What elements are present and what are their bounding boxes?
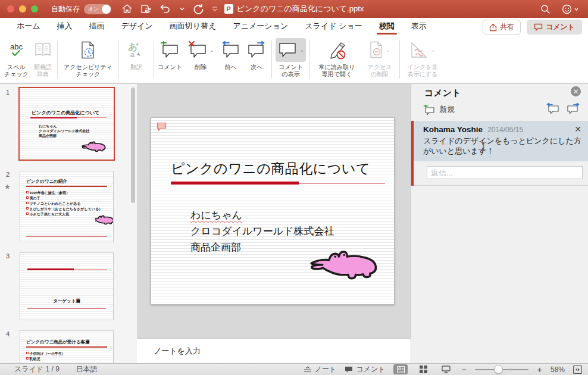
window-controls [7,5,38,12]
thumb-2-bullet: 男の子 [30,196,40,201]
new-comment-label: 新規 [439,104,455,115]
slide-1-thumbnail[interactable]: ピンクのワニの商品化について わにちゃん クロコダイルワールド株式会社 商品企画… [18,87,115,161]
close-window-button[interactable] [7,5,14,12]
undo-dropdown-chevron-icon[interactable] [180,7,184,11]
comment-date: 2014/05/15 [487,126,574,134]
tab-slideshow[interactable]: スライド ショー [296,18,370,35]
spell-check-button[interactable]: abc スペル チェック [2,38,30,78]
share-button[interactable]: 共有 [483,20,521,35]
previous-comment-nav-icon[interactable] [546,103,559,114]
zoom-level[interactable]: 58% [551,365,565,374]
powerpoint-window: 自動保存 オン [0,0,588,375]
autosave-control[interactable]: 自動保存 オン [51,4,111,14]
comments-toggle-status[interactable]: コメント [345,364,385,374]
minimize-window-button[interactable] [19,5,26,12]
new-comment-icon [158,38,182,62]
accessibility-check-button[interactable]: アクセシビリティ チェック [60,38,117,78]
slide-2-thumbnail[interactable]: ピンクのワニの紹介 1995年春に誕生（参照） 男の子 ツチノコといわれたことが… [20,171,114,242]
zoom-out-button[interactable]: − [461,367,467,373]
tab-draw[interactable]: 描画 [81,18,113,35]
tab-transitions[interactable]: 画面切り替え [161,18,225,35]
save-sync-icon[interactable] [140,4,151,14]
previous-comment-icon [219,38,242,62]
autosave-knob [102,5,111,14]
slide-1-number: 1 [6,89,10,96]
notes-pane[interactable]: ノートを入力 [137,338,411,363]
zoom-window-button[interactable] [31,5,38,12]
comment-delete-icon[interactable]: ✕ [574,126,581,133]
thumbnail-scrollbar[interactable] [131,88,135,203]
comment-text: スライドのデザインをもっとピンクにした方がいいと思います！ [423,136,581,156]
tab-design[interactable]: デザイン [113,18,161,35]
normal-view-button[interactable] [393,364,408,374]
comments-panel-close-icon[interactable]: ✕ [571,86,581,96]
delete-dropdown-chevron-icon[interactable]: ⌄ [209,47,214,53]
slide-title-text[interactable]: ピンクのワニの商品化について [171,160,370,178]
svg-text:a: a [130,50,135,58]
zoom-slider-thumb[interactable] [494,365,503,374]
home-icon[interactable] [122,4,132,14]
slideshow-view-button[interactable] [439,364,453,374]
tab-home[interactable]: ホーム [8,18,49,35]
restrict-access-chevron-icon: ⌄ [386,47,391,53]
slide-4-number: 4 [6,330,10,338]
notes-toggle-label: ノート [315,364,337,374]
new-comment-panel-button[interactable]: 新規 [423,104,455,115]
text-cursor [481,142,486,152]
comment-bubble-icon [534,23,543,31]
notes-toggle[interactable]: ノート [304,364,337,374]
show-comments-icon: ⌄ [276,38,306,62]
crocodile-drawing[interactable] [307,248,382,285]
autosave-toggle[interactable]: オン [84,4,111,14]
zoom-in-button[interactable]: + [537,367,542,373]
reply-input[interactable] [427,166,583,179]
account-chevron-icon [574,8,578,11]
thumb-2-bullet: さびしがりや（おともだちをさがしている） [30,207,103,212]
undo-icon[interactable] [159,4,171,14]
thumb-2-bullet: ツチノコといわれたことがある [30,201,81,207]
slide-4-thumbnail[interactable]: ピンクのワニ商品が受ける客層 子供向け（〜小学生） 乳幼児 [20,330,114,363]
comments-panel: コメント ✕ 新規 [411,84,588,363]
new-comment-button[interactable]: コメント [156,38,184,71]
tab-view[interactable]: 表示 [403,18,435,35]
search-icon[interactable] [540,4,550,14]
comment-card[interactable]: Kohama Yoshie 2014/05/15 ✕ スライドのデザインをもっと… [411,121,588,186]
slide-3-number: 3 [6,252,10,260]
comment-card-body: Kohama Yoshie 2014/05/15 ✕ スライドのデザインをもっと… [414,121,588,161]
powerpoint-app-icon: P [224,4,233,14]
slide-2-number: 2 [6,171,10,178]
always-open-readonly-button[interactable]: 常に読み取り 専用で開く [312,38,362,78]
hide-ink-icon: ⌄ [408,38,437,62]
thumb-4-bullet: 乳幼児 [30,357,40,362]
next-comment-nav-icon[interactable] [567,103,580,114]
restrict-access-button: ⌄ アクセス の制限 [362,38,398,78]
account-menu[interactable] [562,4,578,14]
slide-canvas[interactable]: ピンクのワニの商品化について わにちゃん クロコダイルワールド株式会社 商品企画… [151,117,395,305]
fit-to-window-button[interactable] [573,365,582,374]
notes-placeholder[interactable]: ノートを入力 [154,346,201,357]
slide-counter[interactable]: スライド 1 / 9 [14,364,60,374]
thumb-1-line: わにちゃん [39,124,114,129]
previous-comment-button[interactable]: 前へ [217,38,243,71]
quick-access-overflow-icon[interactable] [212,7,218,11]
zoom-slider[interactable] [475,369,528,370]
zoom-slider-tick [509,368,512,371]
show-comments-chevron-icon[interactable]: ⌄ [299,47,304,53]
show-comments-button[interactable]: ⌄ コメント の表示 [274,38,308,78]
redo-icon[interactable] [193,4,204,14]
tab-insert[interactable]: 挿入 [49,18,81,35]
translate-icon: あ a [126,38,147,62]
comments-toggle-button[interactable]: コメント [527,20,582,35]
slide-sorter-view-button[interactable] [416,364,430,374]
next-comment-button[interactable]: 次へ [243,38,270,71]
readonly-pencil-icon [325,38,349,62]
tab-animations[interactable]: アニメーション [224,18,296,35]
autosave-label: 自動保存 [51,4,80,14]
thumb-4-bullet: 子供向け（〜小学生） [30,351,65,357]
slide-comment-marker-icon[interactable] [157,122,167,132]
tab-review[interactable]: 校閲 [371,18,403,35]
slide-3-thumbnail[interactable]: ターゲット層 [20,252,114,320]
accessibility-check-icon [79,38,98,62]
delete-comment-button[interactable]: ⌄ 削除 [184,38,218,71]
language-indicator[interactable]: 日本語 [76,364,98,374]
